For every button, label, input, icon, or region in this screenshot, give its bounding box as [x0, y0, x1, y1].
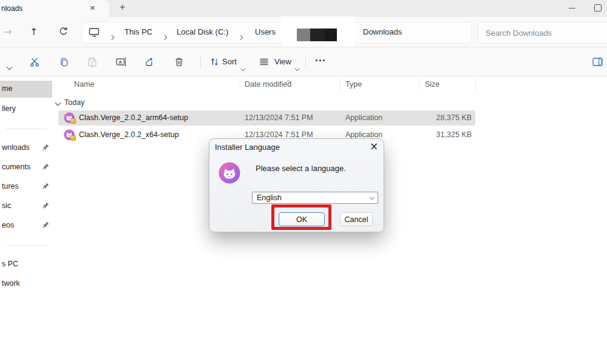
- sidebar-item-pictures[interactable]: tures: [0, 181, 52, 193]
- tab-label: nloads: [1, 4, 22, 13]
- annotation-highlight-box: [271, 204, 331, 230]
- navigation-sidebar: me llery wnloads cuments tures sic eos: [0, 76, 52, 364]
- pin-icon: [42, 144, 49, 150]
- sidebar-item-this-pc[interactable]: s PC: [0, 258, 52, 271]
- toolbar-divider: [305, 55, 306, 69]
- tab-bar: nloads × +: [0, 0, 607, 17]
- redaction-username-box: [297, 29, 337, 41]
- svg-text:A: A: [118, 59, 122, 65]
- breadcrumb-local-disk[interactable]: Local Disk (C:): [177, 27, 228, 36]
- view-button[interactable]: View: [274, 57, 291, 66]
- file-type: Application: [345, 130, 382, 139]
- pin-icon: [42, 183, 49, 189]
- select-chevron-icon: [369, 195, 374, 200]
- copy-icon[interactable]: [57, 55, 70, 69]
- cut-icon[interactable]: [28, 55, 41, 69]
- column-divider[interactable]: [340, 79, 341, 91]
- rename-icon[interactable]: A: [114, 55, 127, 69]
- breadcrumb-chevron-icon: [239, 30, 242, 41]
- view-chevron-icon: [296, 61, 299, 72]
- installer-badge-icon: [70, 135, 76, 141]
- sidebar-item-downloads[interactable]: wnloads: [0, 142, 52, 154]
- more-options-icon[interactable]: [316, 59, 325, 61]
- collapse-chevron-icon: [55, 99, 61, 106]
- up-icon[interactable]: ↑: [30, 26, 38, 38]
- command-toolbar: A Sort View: [0, 47, 607, 76]
- pin-icon: [42, 202, 49, 209]
- sidebar-item-music[interactable]: sic: [0, 200, 52, 212]
- column-header-name[interactable]: Name: [74, 80, 94, 89]
- table-row[interactable]: Clash.Verge_2.0.2_arm64-setup 12/13/2024…: [58, 110, 475, 126]
- column-header-date[interactable]: Date modified: [245, 80, 291, 89]
- group-label: Today: [64, 98, 84, 107]
- file-type: Application: [345, 113, 382, 122]
- delete-icon[interactable]: [172, 55, 186, 69]
- language-select-value: English: [257, 194, 282, 202]
- tab-downloads[interactable]: nloads ×: [0, 0, 109, 17]
- refresh-icon[interactable]: [58, 26, 69, 36]
- pin-icon: [42, 221, 49, 228]
- sidebar-divider: [6, 245, 47, 246]
- file-date: 12/13/2024 7:51 PM: [245, 130, 313, 139]
- sort-icon[interactable]: [208, 55, 222, 69]
- language-select[interactable]: English: [252, 192, 378, 204]
- new-menu-chevron-icon[interactable]: [7, 61, 12, 72]
- paste-icon[interactable]: [86, 55, 99, 69]
- view-icon[interactable]: [257, 55, 271, 69]
- group-header-today[interactable]: Today: [56, 98, 84, 107]
- dialog-close-icon[interactable]: ×: [370, 140, 378, 152]
- file-name: Clash.Verge_2.0.2_x64-setup: [79, 130, 179, 139]
- this-pc-icon: [89, 27, 100, 38]
- minimize-button[interactable]: [569, 8, 575, 8]
- file-size: 28,375 KB: [392, 113, 472, 122]
- column-divider[interactable]: [475, 79, 476, 91]
- breadcrumb-this-pc[interactable]: This PC: [124, 27, 152, 36]
- column-divider[interactable]: [419, 79, 419, 91]
- sidebar-item-documents[interactable]: cuments: [0, 161, 52, 174]
- toolbar-divider: [200, 55, 201, 69]
- file-size: 31,325 KB: [392, 130, 472, 139]
- new-tab-button[interactable]: +: [120, 2, 125, 13]
- sidebar-item-network[interactable]: twork: [0, 278, 52, 290]
- search-box[interactable]: [478, 22, 607, 44]
- sidebar-divider: [6, 129, 47, 129]
- sidebar-item-home[interactable]: me: [0, 83, 52, 95]
- file-date: 12/13/2024 7:51 PM: [245, 113, 313, 122]
- search-input[interactable]: [478, 22, 607, 43]
- file-name: Clash.Verge_2.0.2_arm64-setup: [79, 113, 188, 122]
- column-header-size[interactable]: Size: [425, 80, 439, 89]
- maximize-button[interactable]: [594, 4, 602, 12]
- file-explorer-window: nloads × + → ↑ This PC Local Disk (C:) U…: [0, 0, 607, 364]
- details-pane-toggle-icon[interactable]: [591, 55, 605, 69]
- breadcrumb-chevron-icon: [163, 30, 166, 41]
- tab-close-icon[interactable]: ×: [90, 2, 95, 13]
- breadcrumb-downloads[interactable]: Downloads: [363, 27, 402, 36]
- sidebar-item-gallery[interactable]: llery: [0, 103, 52, 115]
- forward-icon[interactable]: →: [4, 26, 12, 38]
- column-header-type[interactable]: Type: [345, 80, 362, 89]
- installer-badge-icon: [70, 118, 76, 124]
- pin-icon: [42, 163, 49, 170]
- sidebar-item-videos[interactable]: eos: [0, 220, 52, 232]
- column-divider[interactable]: [240, 79, 240, 91]
- sort-chevron-icon: [242, 61, 245, 72]
- dialog-title: Installer Language: [215, 143, 280, 152]
- share-icon[interactable]: [143, 55, 157, 69]
- dialog-message: Please select a language.: [256, 164, 346, 173]
- breadcrumb-chevron-icon: [110, 30, 114, 41]
- sort-button[interactable]: Sort: [222, 57, 237, 66]
- cancel-button[interactable]: Cancel: [340, 212, 373, 226]
- breadcrumb-users[interactable]: Users: [255, 27, 276, 36]
- clash-verge-logo-icon: [219, 162, 240, 184]
